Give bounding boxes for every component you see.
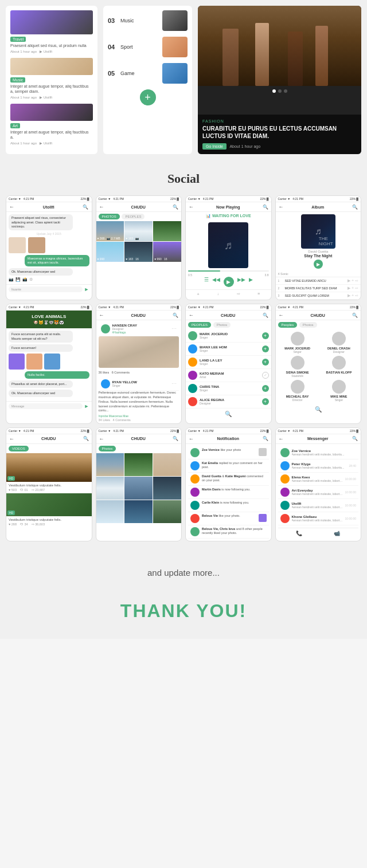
post-image-1	[99, 336, 179, 368]
back-icon-pg[interactable]: ←	[279, 312, 284, 318]
track-1[interactable]: 1 SED VITAE EUISMOD ARCU ▶+⇨	[276, 277, 361, 285]
prev-btn[interactable]: ◀◀	[212, 277, 220, 287]
search-icon-msg[interactable]: 🔍	[352, 436, 358, 441]
add-person-5[interactable]: +	[262, 385, 269, 392]
tab-videos[interactable]: VIDEOS	[9, 446, 29, 451]
photo-6[interactable]: ♥ 990 16	[153, 242, 181, 262]
tab-peoples[interactable]: PEOPLES	[122, 214, 145, 219]
post-more-icon-2[interactable]: ⋯	[171, 381, 177, 387]
album-play-btn[interactable]: ▶	[276, 260, 361, 269]
photo-3[interactable]	[153, 221, 181, 241]
msg-item-3[interactable]: Elena Keex Aenean hendrerit velit molest…	[278, 473, 359, 486]
notif-3: David Guetta & Katie Megumi commented on…	[188, 473, 269, 486]
list-item-music[interactable]: 03 Music	[108, 10, 188, 31]
pg2-photo-4[interactable]	[96, 477, 124, 500]
comm-input[interactable]: Message	[9, 403, 83, 409]
search-icon-pg2[interactable]: 🔍	[173, 436, 178, 441]
search-icon-album[interactable]: 🔍	[352, 205, 358, 210]
search-icon-post[interactable]: 🔍	[173, 313, 178, 318]
pg2-photo-6[interactable]	[153, 477, 181, 500]
search-icon-video[interactable]: 🔍	[83, 436, 89, 441]
go-inside-button[interactable]: Go Inside	[202, 143, 227, 150]
tab-peoples-pg[interactable]: Peoples	[278, 322, 298, 328]
pending-icon-4[interactable]: ✓	[262, 372, 269, 379]
people-item-6[interactable]: ALICE REGINADesigner +	[186, 395, 271, 409]
share-btn-np[interactable]: ⇨	[237, 292, 240, 297]
back-icon-photos[interactable]: ←	[99, 204, 104, 210]
list-item-game[interactable]: 05 Game	[108, 63, 188, 84]
search-icon-pg[interactable]: 🔍	[352, 313, 358, 318]
msg-item-6[interactable]: Khone Glellaeu Aenean hendrerit velit mo…	[278, 512, 359, 525]
track-3[interactable]: 3 SED SUSCIPIT QUAM LOREM ▶+⇨	[276, 292, 361, 300]
tab-photos-pg[interactable]: Photos	[299, 322, 317, 328]
search-icon-notif[interactable]: 🔍	[263, 436, 268, 441]
back-icon-peoples[interactable]: ←	[189, 312, 194, 318]
msg-item-4[interactable]: Art Everyday Aenean hendrerit velit mole…	[278, 486, 359, 499]
back-icon-post[interactable]: ←	[99, 312, 104, 318]
back-icon-chat[interactable]: ←	[9, 204, 14, 210]
add-person-3[interactable]: +	[262, 359, 269, 366]
photo-1[interactable]: ♥ 368 📷 2.7 MB	[96, 221, 124, 241]
pg2-photo-2[interactable]	[124, 453, 153, 476]
back-icon-np[interactable]: ←	[189, 204, 194, 210]
peoples-app-title: CHUDU	[221, 313, 235, 317]
comm-send-icon[interactable]: ►	[84, 403, 89, 409]
send-icon[interactable]: ►	[84, 286, 89, 292]
people-item-5[interactable]: CHRIS TINASinger +	[186, 382, 271, 395]
status-bar-post: Carrier ▼ 4:21 PM22% ▓	[96, 304, 182, 311]
add-track-btn[interactable]: +	[197, 292, 200, 297]
pg2-photo-9[interactable]	[153, 500, 181, 523]
tab-photos-pg2[interactable]: Photos	[99, 446, 116, 451]
video-thumbnail-2[interactable]: HD	[6, 493, 92, 516]
msg-item-5[interactable]: UtolIfi Aenean hendrerit velit molestie,…	[278, 499, 359, 512]
video-thumbnail[interactable]: HD	[6, 453, 92, 482]
list-item-sport[interactable]: 04 Sport	[108, 37, 188, 57]
add-person-2[interactable]: +	[262, 345, 269, 352]
tab-peoples-active[interactable]: PEOPLES	[188, 322, 211, 328]
next-btn[interactable]: ▶▶	[237, 277, 245, 287]
search-icon-peoples[interactable]: 🔍	[263, 313, 268, 318]
track-2[interactable]: 2 MORBI FACILITAS TURP SED DIAM ▶+⇨	[276, 285, 361, 292]
people-item-3[interactable]: LAND LA LEYSinger +	[186, 356, 271, 369]
video-info-2: Vestibulum tristique vulputate felis. ♥ …	[6, 516, 92, 528]
tab-photos-inactive[interactable]: Photos	[213, 322, 231, 328]
photo-4[interactable]: ♥ 990	[96, 242, 124, 262]
play-btn[interactable]: ▶	[224, 277, 234, 287]
repeat-btn[interactable]: ▶	[249, 277, 253, 287]
tab-photos[interactable]: PHOTOS	[99, 214, 120, 219]
msg-item-2[interactable]: Peter Klyge Aenean hendrerit velit moles…	[278, 459, 359, 473]
msg-call-icon[interactable]: 📞	[296, 531, 302, 536]
people-item-2[interactable]: BIANX LEE HOMSinger +	[186, 343, 271, 356]
photo-2[interactable]: ♥ 163 📷	[124, 221, 153, 241]
chat-input[interactable]: Ituante	[9, 286, 83, 292]
pg2-photo-1[interactable]	[96, 453, 124, 476]
pg-search-bottom: 🔍	[276, 404, 361, 415]
post-more-icon-1[interactable]: ⋯	[171, 326, 177, 332]
back-icon-video[interactable]: ←	[9, 436, 14, 442]
back-icon-msg[interactable]: ←	[279, 436, 284, 442]
add-person-1[interactable]: +	[262, 332, 269, 339]
pg2-photo-5[interactable]	[124, 477, 153, 500]
pg2-photo-3[interactable]	[153, 453, 181, 476]
add-person-6[interactable]: +	[262, 398, 269, 405]
more-btn[interactable]: ≡	[257, 292, 260, 297]
msg-item-1[interactable]: Zoe Vernice Aenean hendrerit velit moles…	[278, 446, 359, 459]
search-icon-chat[interactable]: 🔍	[83, 205, 88, 210]
photos-app-title: CHUDU	[131, 205, 146, 209]
pg2-photo-7[interactable]	[96, 500, 124, 523]
msg-video-icon[interactable]: 📹	[334, 531, 340, 536]
back-icon-notif[interactable]: ←	[189, 436, 194, 442]
add-button[interactable]: +	[140, 89, 156, 105]
shuffle-btn[interactable]: ☰	[204, 277, 209, 287]
pg2-photo-8[interactable]	[124, 500, 153, 523]
search-icon-np[interactable]: 🔍	[263, 205, 268, 210]
search-icon-photos[interactable]: 🔍	[173, 205, 178, 210]
back-icon-album[interactable]: ←	[279, 204, 284, 210]
people-item-1[interactable]: MARK JOCERUDSinger +	[186, 329, 271, 343]
photo-5[interactable]: ♥ 163 16	[124, 242, 153, 262]
people-item-4[interactable]: KATO MERIAMArtist ✓	[186, 369, 271, 382]
download-btn[interactable]: ↓	[217, 292, 219, 297]
post-readmore[interactable]: Inprobe Maecenas Mae	[99, 414, 179, 418]
back-icon-pg2[interactable]: ←	[99, 436, 104, 442]
progress-bar-np[interactable]	[188, 270, 269, 272]
